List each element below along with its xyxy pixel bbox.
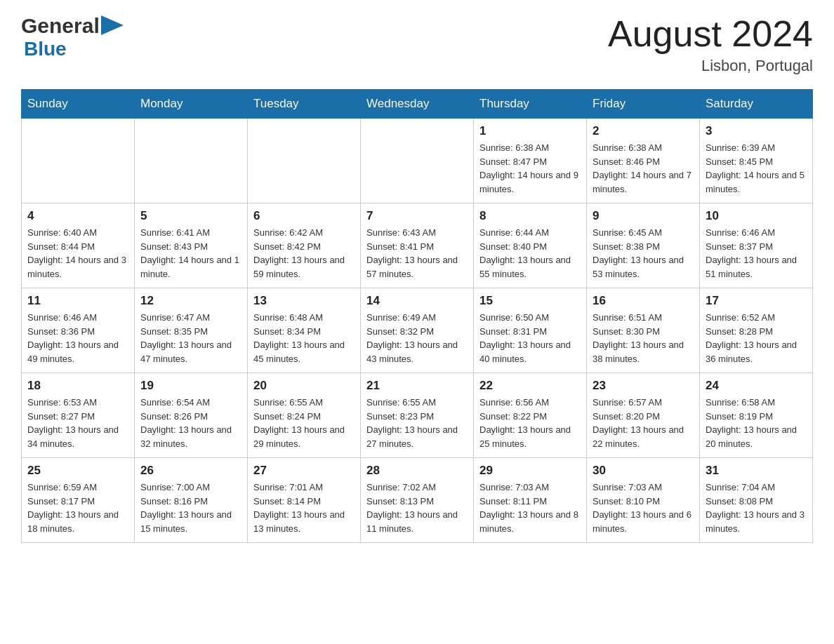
header-friday: Friday xyxy=(587,90,700,119)
table-row: 30Sunrise: 7:03 AM Sunset: 8:10 PM Dayli… xyxy=(587,458,700,543)
table-row: 16Sunrise: 6:51 AM Sunset: 8:30 PM Dayli… xyxy=(587,288,700,373)
day-info: Sunrise: 7:00 AM Sunset: 8:16 PM Dayligh… xyxy=(140,481,241,535)
week-row-1: 1Sunrise: 6:38 AM Sunset: 8:47 PM Daylig… xyxy=(22,119,813,203)
table-row: 19Sunrise: 6:54 AM Sunset: 8:26 PM Dayli… xyxy=(135,373,248,458)
day-number: 2 xyxy=(593,124,694,138)
table-row: 31Sunrise: 7:04 AM Sunset: 8:08 PM Dayli… xyxy=(700,458,813,543)
day-info: Sunrise: 6:39 AM Sunset: 8:45 PM Dayligh… xyxy=(706,141,807,196)
day-number: 20 xyxy=(253,379,355,393)
day-info: Sunrise: 6:56 AM Sunset: 8:22 PM Dayligh… xyxy=(479,396,581,450)
day-info: Sunrise: 6:45 AM Sunset: 8:38 PM Dayligh… xyxy=(593,226,694,281)
header-wednesday: Wednesday xyxy=(361,90,474,119)
table-row: 4Sunrise: 6:40 AM Sunset: 8:44 PM Daylig… xyxy=(22,203,135,288)
table-row: 9Sunrise: 6:45 AM Sunset: 8:38 PM Daylig… xyxy=(587,203,700,288)
table-row: 5Sunrise: 6:41 AM Sunset: 8:43 PM Daylig… xyxy=(135,203,248,288)
day-number: 25 xyxy=(27,464,128,478)
day-number: 12 xyxy=(140,294,241,308)
day-number: 27 xyxy=(253,464,355,478)
table-row: 14Sunrise: 6:49 AM Sunset: 8:32 PM Dayli… xyxy=(361,288,474,373)
table-row: 12Sunrise: 6:47 AM Sunset: 8:35 PM Dayli… xyxy=(135,288,248,373)
table-row: 15Sunrise: 6:50 AM Sunset: 8:31 PM Dayli… xyxy=(474,288,587,373)
logo-flag-icon xyxy=(101,15,124,35)
day-number: 3 xyxy=(706,124,807,138)
day-info: Sunrise: 6:38 AM Sunset: 8:47 PM Dayligh… xyxy=(479,141,581,196)
month-title: August 2024 xyxy=(608,14,813,54)
table-row: 7Sunrise: 6:43 AM Sunset: 8:41 PM Daylig… xyxy=(361,203,474,288)
day-info: Sunrise: 7:03 AM Sunset: 8:10 PM Dayligh… xyxy=(593,481,694,535)
day-info: Sunrise: 6:40 AM Sunset: 8:44 PM Dayligh… xyxy=(27,226,128,281)
day-info: Sunrise: 7:01 AM Sunset: 8:14 PM Dayligh… xyxy=(253,481,355,535)
day-info: Sunrise: 6:54 AM Sunset: 8:26 PM Dayligh… xyxy=(140,396,241,450)
day-number: 22 xyxy=(479,379,581,393)
day-number: 9 xyxy=(593,209,694,223)
table-row xyxy=(361,119,474,203)
table-row: 21Sunrise: 6:55 AM Sunset: 8:23 PM Dayli… xyxy=(361,373,474,458)
day-info: Sunrise: 6:41 AM Sunset: 8:43 PM Dayligh… xyxy=(140,226,241,281)
day-info: Sunrise: 6:48 AM Sunset: 8:34 PM Dayligh… xyxy=(253,311,355,365)
day-number: 11 xyxy=(27,294,128,308)
header-tuesday: Tuesday xyxy=(248,90,361,119)
day-number: 19 xyxy=(140,379,241,393)
day-number: 10 xyxy=(706,209,807,223)
week-row-3: 11Sunrise: 6:46 AM Sunset: 8:36 PM Dayli… xyxy=(22,288,813,373)
table-row: 8Sunrise: 6:44 AM Sunset: 8:40 PM Daylig… xyxy=(474,203,587,288)
header-monday: Monday xyxy=(135,90,248,119)
day-info: Sunrise: 6:53 AM Sunset: 8:27 PM Dayligh… xyxy=(27,396,128,450)
day-number: 1 xyxy=(479,124,581,138)
day-number: 17 xyxy=(706,294,807,308)
day-info: Sunrise: 6:43 AM Sunset: 8:41 PM Dayligh… xyxy=(366,226,468,281)
day-info: Sunrise: 6:59 AM Sunset: 8:17 PM Dayligh… xyxy=(27,481,128,535)
week-row-2: 4Sunrise: 6:40 AM Sunset: 8:44 PM Daylig… xyxy=(22,203,813,288)
week-row-5: 25Sunrise: 6:59 AM Sunset: 8:17 PM Dayli… xyxy=(22,458,813,543)
day-number: 23 xyxy=(593,379,694,393)
table-row: 28Sunrise: 7:02 AM Sunset: 8:13 PM Dayli… xyxy=(361,458,474,543)
header-sunday: Sunday xyxy=(22,90,135,119)
day-info: Sunrise: 6:47 AM Sunset: 8:35 PM Dayligh… xyxy=(140,311,241,365)
day-number: 16 xyxy=(593,294,694,308)
calendar-table: Sunday Monday Tuesday Wednesday Thursday… xyxy=(21,89,813,543)
day-info: Sunrise: 6:58 AM Sunset: 8:19 PM Dayligh… xyxy=(706,396,807,450)
day-number: 18 xyxy=(27,379,128,393)
svg-marker-0 xyxy=(101,15,124,35)
table-row: 11Sunrise: 6:46 AM Sunset: 8:36 PM Dayli… xyxy=(22,288,135,373)
logo-blue-text: Blue xyxy=(24,38,124,60)
location: Lisbon, Portugal xyxy=(608,57,813,75)
day-info: Sunrise: 6:55 AM Sunset: 8:23 PM Dayligh… xyxy=(366,396,468,450)
day-info: Sunrise: 6:42 AM Sunset: 8:42 PM Dayligh… xyxy=(253,226,355,281)
day-number: 26 xyxy=(140,464,241,478)
table-row: 20Sunrise: 6:55 AM Sunset: 8:24 PM Dayli… xyxy=(248,373,361,458)
day-number: 14 xyxy=(366,294,468,308)
day-number: 6 xyxy=(253,209,355,223)
table-row: 6Sunrise: 6:42 AM Sunset: 8:42 PM Daylig… xyxy=(248,203,361,288)
logo: General Blue xyxy=(21,14,124,60)
day-number: 8 xyxy=(479,209,581,223)
day-info: Sunrise: 6:57 AM Sunset: 8:20 PM Dayligh… xyxy=(593,396,694,450)
day-info: Sunrise: 6:52 AM Sunset: 8:28 PM Dayligh… xyxy=(706,311,807,365)
day-number: 24 xyxy=(706,379,807,393)
day-number: 4 xyxy=(27,209,128,223)
week-row-4: 18Sunrise: 6:53 AM Sunset: 8:27 PM Dayli… xyxy=(22,373,813,458)
header-saturday: Saturday xyxy=(700,90,813,119)
title-section: August 2024 Lisbon, Portugal xyxy=(608,14,813,75)
page-header: General Blue August 2024 Lisbon, Portuga… xyxy=(21,14,813,75)
day-info: Sunrise: 6:49 AM Sunset: 8:32 PM Dayligh… xyxy=(366,311,468,365)
table-row: 26Sunrise: 7:00 AM Sunset: 8:16 PM Dayli… xyxy=(135,458,248,543)
table-row: 10Sunrise: 6:46 AM Sunset: 8:37 PM Dayli… xyxy=(700,203,813,288)
table-row: 22Sunrise: 6:56 AM Sunset: 8:22 PM Dayli… xyxy=(474,373,587,458)
table-row: 27Sunrise: 7:01 AM Sunset: 8:14 PM Dayli… xyxy=(248,458,361,543)
logo-line1: General xyxy=(21,14,124,38)
weekday-header-row: Sunday Monday Tuesday Wednesday Thursday… xyxy=(22,90,813,119)
header-thursday: Thursday xyxy=(474,90,587,119)
table-row xyxy=(22,119,135,203)
day-number: 15 xyxy=(479,294,581,308)
day-number: 29 xyxy=(479,464,581,478)
day-info: Sunrise: 6:38 AM Sunset: 8:46 PM Dayligh… xyxy=(593,141,694,196)
day-info: Sunrise: 7:03 AM Sunset: 8:11 PM Dayligh… xyxy=(479,481,581,535)
table-row: 2Sunrise: 6:38 AM Sunset: 8:46 PM Daylig… xyxy=(587,119,700,203)
day-info: Sunrise: 6:51 AM Sunset: 8:30 PM Dayligh… xyxy=(593,311,694,365)
table-row: 23Sunrise: 6:57 AM Sunset: 8:20 PM Dayli… xyxy=(587,373,700,458)
day-info: Sunrise: 6:44 AM Sunset: 8:40 PM Dayligh… xyxy=(479,226,581,281)
table-row: 25Sunrise: 6:59 AM Sunset: 8:17 PM Dayli… xyxy=(22,458,135,543)
day-info: Sunrise: 7:02 AM Sunset: 8:13 PM Dayligh… xyxy=(366,481,468,535)
day-info: Sunrise: 6:55 AM Sunset: 8:24 PM Dayligh… xyxy=(253,396,355,450)
